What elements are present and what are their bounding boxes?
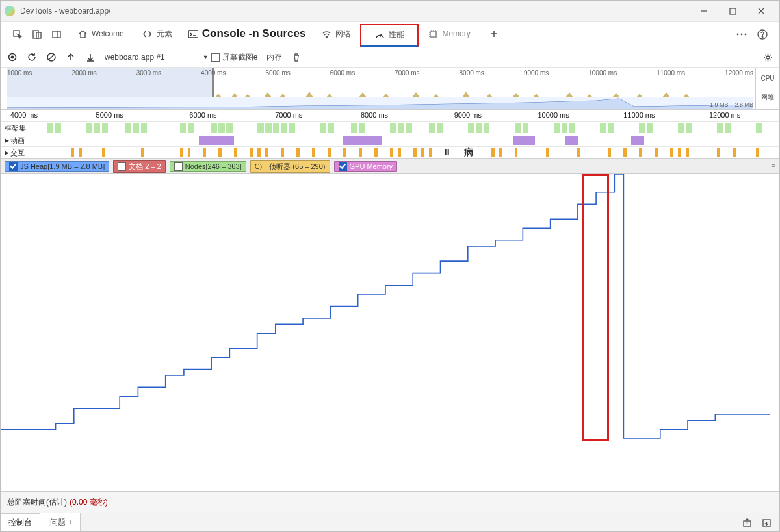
svg-point-15	[737, 34, 739, 36]
window-title: DevTools - webboard.app/	[20, 6, 110, 16]
svg-point-27	[766, 56, 770, 59]
titlebar[interactable]: DevTools - webboard.app/	[1, 1, 779, 22]
tab-network[interactable]: 网络	[312, 21, 360, 47]
settings-icon[interactable]	[762, 52, 773, 62]
screenshots-checkbox[interactable]: ▼屏幕截图e	[203, 52, 258, 63]
overview-ruler: 1000 ms2000 ms3000 ms4000 ms5000 ms6000 …	[7, 70, 753, 77]
perf-toolbar: webboard.app #1 ▼屏幕截图e 内存	[1, 47, 779, 68]
metric-nodes[interactable]: Nodes[246 – 363]	[170, 161, 246, 172]
timeline-pane[interactable]: 4000 ms 5000 ms 6000 ms 7000 ms 8000 ms …	[1, 110, 779, 159]
svg-rect-9	[188, 31, 198, 38]
svg-point-19	[762, 36, 762, 37]
panel-icon[interactable]	[51, 29, 62, 40]
code-icon	[142, 29, 153, 39]
drawer-tab-issues[interactable]: |问题 +	[40, 513, 81, 531]
reload-icon[interactable]	[27, 52, 37, 62]
console-icon	[188, 29, 198, 39]
tab-welcome[interactable]: Welcome	[68, 21, 133, 47]
app-icon	[5, 6, 15, 16]
highlight-box-chart	[582, 174, 609, 441]
summary-bar: 总阻塞时间(估计) (0.00 毫秒)	[1, 492, 779, 513]
plus-icon	[489, 29, 499, 39]
metric-documents[interactable]: 文档[2 – 2	[113, 160, 166, 173]
overview-pane[interactable]: 1000 ms2000 ms3000 ms4000 ms5000 ms6000 …	[1, 68, 779, 110]
svg-line-23	[49, 55, 54, 60]
tab-console-sources[interactable]: Console -n Sources	[181, 21, 313, 47]
tab-memory[interactable]: Memory	[419, 21, 479, 47]
upload-icon[interactable]	[66, 52, 76, 62]
svg-rect-12	[430, 31, 436, 37]
drawer-dock-icon[interactable]	[761, 517, 772, 527]
metric-listeners[interactable]: C) 侦听器 (65 – 290)	[250, 160, 330, 173]
svg-rect-7	[53, 31, 60, 38]
metrics-menu-icon[interactable]: ≡	[771, 162, 775, 171]
svg-rect-5	[33, 31, 38, 38]
drawer-tabs: 控制台 |问题 +	[1, 513, 779, 531]
overview-side-labels: CPU网堆	[755, 68, 779, 109]
svg-point-16	[741, 34, 743, 36]
metric-jsheap[interactable]: JS Heap[1.9 MB – 2.8 MB]	[5, 161, 109, 172]
tab-add[interactable]	[480, 21, 508, 47]
tab-elements[interactable]: 元素	[133, 21, 181, 47]
tab-strip: Welcome 元素 Console -n Sources 网络 性能 Memo…	[1, 22, 779, 47]
pause-marker: II	[445, 147, 450, 157]
svg-point-21	[11, 56, 14, 59]
close-button[interactable]	[747, 2, 775, 20]
wifi-icon	[321, 29, 332, 39]
download-icon[interactable]	[85, 52, 96, 62]
trash-icon[interactable]	[291, 52, 302, 62]
performance-icon	[374, 30, 385, 40]
more-icon[interactable]	[736, 29, 747, 40]
timeline-ruler: 4000 ms 5000 ms 6000 ms 7000 ms 8000 ms …	[1, 110, 779, 121]
track-interactions[interactable]: ▶交互 II 病	[1, 146, 779, 158]
minimize-button[interactable]	[690, 2, 718, 20]
memory-icon	[428, 29, 438, 39]
drawer-tab-console[interactable]: 控制台	[1, 513, 40, 531]
cjk-marker: 病	[464, 147, 473, 158]
devtools-window: DevTools - webboard.app/ Welcome 元素 Cons…	[0, 0, 780, 532]
memory-overview	[7, 97, 753, 109]
clear-icon[interactable]	[46, 52, 57, 62]
track-animations[interactable]: ▶动画	[1, 134, 779, 146]
tbt-label: 总阻塞时间(估计)	[7, 497, 67, 508]
cpu-overview	[215, 86, 748, 97]
drawer-export-icon[interactable]	[742, 517, 752, 527]
metric-gpu[interactable]: GPU Memory	[334, 161, 398, 172]
device-icon[interactable]	[32, 29, 42, 40]
help-icon[interactable]	[757, 29, 768, 40]
svg-rect-1	[730, 8, 736, 14]
track-frames[interactable]: 框架集	[1, 121, 779, 134]
heap-chart[interactable]	[1, 174, 779, 492]
memory-range-label: 1.9 MB – 2.8 MB	[710, 101, 753, 108]
memory-metrics-bar: JS Heap[1.9 MB – 2.8 MB] 文档[2 – 2 Nodes[…	[1, 159, 779, 174]
inspect-icon[interactable]	[12, 29, 23, 40]
home-icon	[77, 29, 88, 39]
svg-point-10	[326, 36, 327, 38]
svg-point-17	[745, 34, 747, 36]
tab-performance[interactable]: 性能	[360, 24, 419, 47]
record-icon[interactable]	[7, 52, 18, 62]
memory-checkbox[interactable]: 内存	[266, 52, 282, 63]
recording-dropdown[interactable]: webboard.app #1	[105, 53, 165, 62]
maximize-button[interactable]	[718, 2, 747, 20]
tbt-value: (0.00 毫秒)	[70, 497, 108, 508]
